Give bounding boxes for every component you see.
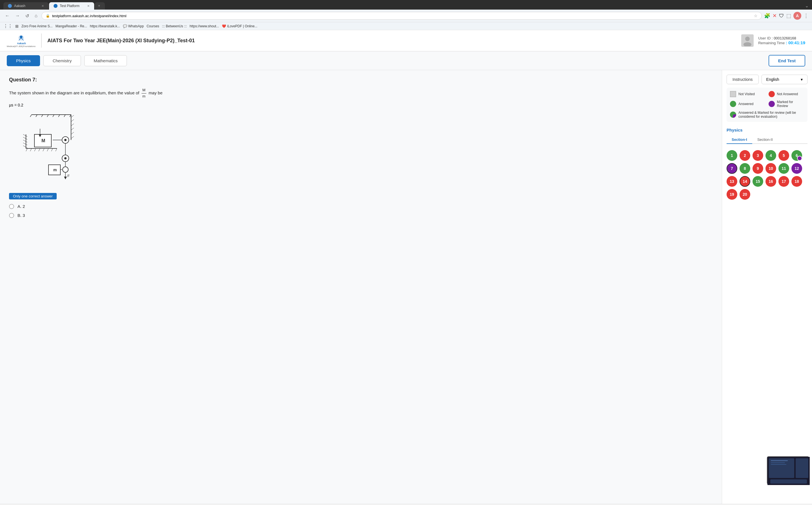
- q-btn-1[interactable]: 1: [726, 150, 737, 161]
- tab-dropdown-btn[interactable]: ⌄: [805, 3, 809, 10]
- q-btn-14[interactable]: 14: [740, 176, 750, 187]
- svg-line-18: [23, 143, 28, 145]
- forward-button[interactable]: →: [13, 13, 21, 19]
- reload-button[interactable]: ↺: [24, 13, 31, 19]
- language-label: English: [766, 77, 779, 82]
- tab-mathematics[interactable]: Mathematics: [84, 55, 127, 66]
- option-b-label: B. 3: [17, 213, 25, 218]
- logo-area: Aakash Medical|IIT-JEE|Foundations: [7, 34, 36, 48]
- extensions-grid-icon[interactable]: ⊞: [15, 24, 18, 29]
- section-tab-2[interactable]: Section-II: [752, 136, 778, 144]
- bottom-navigation: ‹ Previous Clear Mark for Review & Next …: [0, 504, 812, 507]
- back-button[interactable]: ←: [3, 13, 11, 19]
- legend-answered: Answered: [730, 100, 766, 108]
- url-input[interactable]: [52, 14, 752, 18]
- q-btn-15[interactable]: 15: [753, 176, 763, 187]
- q-btn-19[interactable]: 19: [726, 189, 737, 200]
- extensions-icon[interactable]: 🧩: [764, 13, 770, 19]
- extension4-icon[interactable]: ⬚: [786, 13, 791, 19]
- legend-answered-marked: Answered & Marked for review (will be co…: [730, 111, 804, 119]
- q-btn-8[interactable]: 8: [740, 163, 750, 174]
- q-btn-7[interactable]: 7: [726, 163, 737, 174]
- end-test-button[interactable]: End Test: [769, 55, 805, 66]
- avatar-svg: [742, 35, 753, 46]
- svg-rect-56: [796, 458, 808, 478]
- star-icon[interactable]: ☆: [754, 13, 758, 18]
- bookmark-5[interactable]: Courses: [147, 24, 159, 28]
- bookmark-6[interactable]: ::: BetweenUs :::: [162, 24, 187, 28]
- bookmark-3[interactable]: https://beanstalk.k...: [90, 24, 120, 28]
- right-panel: Instructions English ▾ Not Visited Not A…: [722, 70, 812, 504]
- q-btn-11[interactable]: 11: [778, 163, 789, 174]
- q-btn-10[interactable]: 10: [765, 163, 776, 174]
- question-number-grid: 1 2 3 4 5 6 7 8 9 10 11 12 13 14 15 16 1…: [726, 150, 808, 200]
- question-text-after: may be: [149, 91, 162, 95]
- tab-close-aakash[interactable]: ✕: [42, 4, 44, 8]
- q-btn-3[interactable]: 3: [753, 150, 763, 161]
- tab-aakash[interactable]: Aakash ✕: [3, 2, 49, 10]
- extension3-icon[interactable]: 🛡: [779, 13, 784, 19]
- radio-a[interactable]: [9, 204, 14, 209]
- option-a[interactable]: A. 2: [9, 204, 713, 209]
- tab-chemistry[interactable]: Chemistry: [43, 55, 81, 66]
- svg-text:F: F: [67, 174, 70, 178]
- aakash-logo: Aakash: [15, 34, 27, 45]
- profile-avatar[interactable]: A: [794, 12, 801, 20]
- section-tab-1[interactable]: Section-I: [726, 136, 752, 144]
- bookmark-2[interactable]: MangaReader - Re...: [56, 24, 87, 28]
- bookmark-1[interactable]: Zoro Free Anime S...: [21, 24, 53, 28]
- q-btn-16[interactable]: 16: [765, 176, 776, 187]
- physics-section-header: Physics: [726, 128, 808, 132]
- question-text: The system shown in the diagram are in e…: [9, 87, 713, 100]
- q-btn-6[interactable]: 6: [792, 150, 802, 161]
- header-right: User ID : 00013268168 Remaining Time : 0…: [741, 34, 805, 47]
- extension2-icon[interactable]: ✕: [772, 13, 777, 19]
- svg-text:Aakash: Aakash: [17, 42, 26, 45]
- legend-answered-marked-icon: [730, 112, 736, 118]
- new-tab-button[interactable]: +: [95, 2, 105, 10]
- q-btn-17[interactable]: 17: [778, 176, 789, 187]
- question-legend: Not Visited Not Answered Answered Marked…: [726, 88, 808, 122]
- svg-rect-59: [771, 462, 785, 463]
- svg-marker-48: [64, 177, 67, 179]
- bookmark-8[interactable]: ❤️ iLovePDF | Online...: [222, 24, 257, 28]
- q-btn-5[interactable]: 5: [778, 150, 789, 161]
- svg-rect-57: [770, 480, 807, 484]
- language-selector[interactable]: English ▾: [762, 75, 808, 84]
- tab-physics[interactable]: Physics: [7, 55, 40, 66]
- tab-close-testplatform[interactable]: ✕: [87, 4, 90, 8]
- legend-answered-label: Answered: [739, 102, 753, 106]
- radio-b[interactable]: [9, 213, 14, 218]
- tab-testplatform[interactable]: Test Platform ✕: [49, 2, 94, 10]
- thumbnail-overlay: [767, 456, 809, 485]
- q-btn-13[interactable]: 13: [726, 176, 737, 187]
- bookmark-4[interactable]: 💬 WhatsApp: [123, 24, 144, 28]
- q-btn-2[interactable]: 2: [740, 150, 750, 161]
- svg-rect-58: [771, 460, 788, 461]
- svg-line-40: [71, 128, 74, 130]
- svg-point-35: [64, 139, 66, 141]
- q-btn-12[interactable]: 12: [792, 163, 802, 174]
- main-layout: Question 7: The system shown in the diag…: [0, 70, 812, 504]
- svg-point-4: [744, 42, 751, 46]
- menu-icon[interactable]: ⋮: [804, 13, 809, 19]
- svg-line-23: [35, 149, 36, 151]
- q-btn-20[interactable]: 20: [740, 189, 750, 200]
- bookmark-7[interactable]: https://www.shout...: [190, 24, 219, 28]
- fraction-numerator: M: [142, 87, 146, 94]
- exam-title: AIATS For Two Year JEE(Main)-2026 (XI St…: [47, 38, 195, 44]
- logo-subtitle: Medical|IIT-JEE|Foundations: [7, 45, 36, 48]
- q-btn-4[interactable]: 4: [765, 150, 776, 161]
- legend-answered-marked-label: Answered & Marked for review (will be co…: [739, 111, 804, 119]
- home-button[interactable]: ⌂: [33, 13, 39, 19]
- header: Aakash Medical|IIT-JEE|Foundations AIATS…: [0, 30, 812, 52]
- q-btn-18[interactable]: 18: [792, 176, 802, 187]
- question-text-before: The system shown in the diagram are in e…: [9, 91, 139, 95]
- option-b[interactable]: B. 3: [9, 213, 713, 218]
- instructions-button[interactable]: Instructions: [726, 75, 759, 84]
- q-btn-9[interactable]: 9: [753, 163, 763, 174]
- browser-toolbar: ← → ↺ ⌂ 🔒 ☆ 🧩 ✕ 🛡 ⬚ A ⋮: [0, 10, 812, 22]
- apps-icon[interactable]: ⋮⋮: [3, 23, 12, 29]
- address-bar[interactable]: 🔒 ☆: [42, 12, 762, 20]
- legend-not-answered-label: Not Answered: [777, 92, 798, 96]
